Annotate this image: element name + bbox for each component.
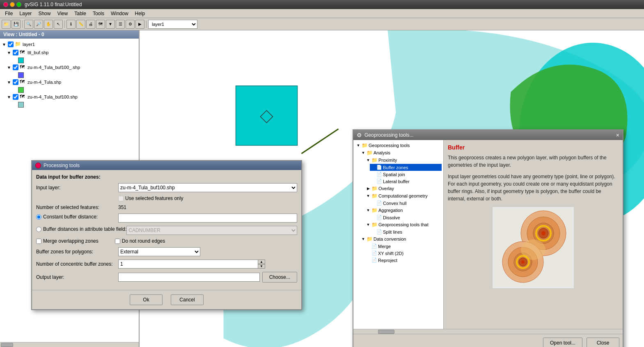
zoom-out-icon[interactable]: 🔎 bbox=[34, 20, 43, 29]
expand-comp-geom[interactable]: ▼ bbox=[366, 194, 371, 198]
checkbox-ttt-buf[interactable] bbox=[13, 50, 18, 55]
pan-icon[interactable]: ✋ bbox=[44, 20, 53, 29]
attr-table-select[interactable]: CADNUMBER bbox=[126, 226, 297, 235]
geo-tree-aggregation[interactable]: ▼ 📁 Aggregation bbox=[365, 207, 442, 214]
geo-tree-overlay[interactable]: ▶ 📁 Overlay bbox=[365, 185, 442, 192]
use-selected-checkbox[interactable] bbox=[118, 196, 124, 201]
menu-help[interactable]: Help bbox=[132, 10, 149, 17]
geo-tree-split-lines[interactable]: 📄 Split lines bbox=[370, 228, 442, 235]
geo-tree-root[interactable]: ▼ 📁 Geoprocessing tools bbox=[355, 142, 442, 149]
processing-dialog-close[interactable] bbox=[35, 163, 41, 168]
geo-tree-dissolve[interactable]: 📄 Dissolve bbox=[370, 214, 442, 221]
tree-item-ttt-buf[interactable]: ▼ 🗺 ttt_buf.shp bbox=[7, 48, 137, 57]
zoom-in-icon[interactable]: 🔍 bbox=[24, 20, 33, 29]
geo-scrollbar-thumb[interactable] bbox=[378, 330, 394, 334]
expand-analysis[interactable]: ▼ bbox=[361, 151, 366, 155]
ok-button[interactable]: Ok bbox=[130, 294, 163, 305]
geo-tree-buffer-zones[interactable]: 📄 Buffer zones bbox=[370, 164, 442, 171]
geo-tree-xy-shift[interactable]: 📄 XY shift (2D) bbox=[365, 250, 442, 257]
processing-dialog-title[interactable]: Processing tools bbox=[32, 161, 301, 170]
geo-tree-reproject[interactable]: 📄 Reproject bbox=[365, 257, 442, 264]
save-icon[interactable]: 💾 bbox=[11, 20, 21, 29]
menu-view[interactable]: View bbox=[54, 10, 71, 17]
tree-item-zubuf[interactable]: ▼ 🗺 zu-m-4_Tula_buf100_.shp bbox=[7, 63, 137, 71]
filter-icon[interactable]: ▼ bbox=[106, 20, 115, 29]
left-panel-scrollbar[interactable] bbox=[0, 342, 139, 347]
geo-tree-spatial-join[interactable]: 📄 Spatial join bbox=[370, 171, 442, 178]
spinbox-up[interactable]: ▲ bbox=[258, 260, 265, 264]
geo-tree-proximity[interactable]: ▼ 📁 Proximity bbox=[365, 156, 442, 164]
layer-select[interactable]: layer1 bbox=[148, 20, 197, 29]
merge-checkbox[interactable] bbox=[36, 239, 41, 244]
expand-data-conv[interactable]: ▼ bbox=[361, 237, 366, 241]
constant-dist-radio[interactable] bbox=[36, 214, 41, 220]
menu-tools[interactable]: Tools bbox=[89, 10, 108, 17]
geo-scrollbar[interactable] bbox=[353, 329, 623, 334]
input-layer-select[interactable]: zu-m-4_Tula_buf100.shp bbox=[118, 183, 297, 192]
polygons-select[interactable]: External bbox=[118, 247, 200, 256]
geo-tree-merge[interactable]: 📄 Merge bbox=[365, 243, 442, 250]
maximize-button[interactable] bbox=[16, 2, 21, 7]
menu-window[interactable]: Window bbox=[108, 10, 132, 17]
expand-root[interactable]: ▼ bbox=[356, 143, 361, 147]
choose-button[interactable]: Choose... bbox=[262, 272, 297, 283]
layer-icon[interactable]: 🗺 bbox=[96, 20, 105, 29]
concentric-input[interactable] bbox=[118, 260, 258, 269]
selected-count-value: 351 bbox=[118, 205, 126, 210]
open-tool-button[interactable]: Open tool... bbox=[543, 338, 582, 347]
tree-item-zutula[interactable]: ▼ 🗺 zu-m-4_Tula.shp bbox=[7, 78, 137, 86]
scrollbar-thumb[interactable] bbox=[1, 343, 13, 347]
menu-show[interactable]: Show bbox=[35, 10, 54, 17]
checkbox-layer1[interactable] bbox=[8, 41, 14, 47]
geo-tree-geo-that[interactable]: ▼ 📁 Geoprocessing tools that bbox=[365, 221, 442, 228]
output-layer-input[interactable] bbox=[118, 273, 260, 282]
spinbox-down[interactable]: ▼ bbox=[258, 264, 265, 269]
geoprocess-icon[interactable]: ⚙ bbox=[126, 20, 135, 29]
menu-file[interactable]: File bbox=[2, 10, 16, 17]
geo-tree-panel[interactable]: ▼ 📁 Geoprocessing tools ▼ 📁 Analysis ▼ 📁… bbox=[353, 140, 444, 329]
expand-overlay[interactable]: ▶ bbox=[366, 186, 371, 191]
info-icon[interactable]: ℹ bbox=[66, 20, 76, 29]
no-round-check[interactable]: Do not round edges bbox=[115, 238, 165, 244]
expand-zutula[interactable]: ▼ bbox=[7, 80, 11, 85]
expand-zubuf[interactable]: ▼ bbox=[7, 65, 11, 70]
geo-dialog-title[interactable]: ⚙ Geoprocessing tools... × bbox=[353, 130, 623, 140]
geo-tree-comp-geom[interactable]: ▼ 📁 Computational geometry bbox=[365, 192, 442, 200]
geo-close-button[interactable]: Close bbox=[587, 338, 619, 347]
geo-tree-analysis[interactable]: ▼ 📁 Analysis bbox=[360, 149, 442, 156]
minimize-button[interactable] bbox=[10, 2, 15, 7]
constant-dist-input[interactable] bbox=[118, 214, 297, 223]
tree-item-layer1[interactable]: ▼ 📁 layer1 bbox=[2, 40, 137, 48]
expand-geo-that[interactable]: ▼ bbox=[366, 223, 371, 227]
menu-layer[interactable]: Layer bbox=[16, 10, 35, 17]
use-selected-check[interactable]: Use selected features only bbox=[118, 195, 183, 201]
checkbox-zubuf100[interactable] bbox=[13, 94, 18, 100]
merge-check[interactable]: Merge overlapping zones bbox=[36, 238, 99, 244]
tree-item-zubuf100[interactable]: ▼ 🗺 zu-m-4_Tula_buf100.shp bbox=[7, 93, 137, 101]
concentric-label: Number of concentric buffer zones: bbox=[36, 261, 118, 267]
script-icon[interactable]: ▶ bbox=[135, 20, 144, 29]
open-icon[interactable]: 📁 bbox=[2, 20, 11, 29]
close-button[interactable] bbox=[3, 2, 8, 7]
print-icon[interactable]: 🖨 bbox=[86, 20, 95, 29]
cancel-button[interactable]: Cancel bbox=[171, 294, 204, 305]
expand-aggregation[interactable]: ▼ bbox=[366, 208, 371, 212]
attr-table-radio[interactable] bbox=[36, 227, 41, 232]
geo-dialog-close-icon[interactable]: × bbox=[616, 132, 619, 138]
select-icon[interactable]: ↖ bbox=[54, 20, 63, 29]
menu-table[interactable]: Table bbox=[71, 10, 89, 17]
no-round-checkbox[interactable] bbox=[115, 239, 120, 244]
checkbox-zutula[interactable] bbox=[13, 79, 18, 85]
window-controls[interactable] bbox=[3, 2, 21, 7]
measure-icon[interactable]: 📏 bbox=[76, 20, 85, 29]
folder-icon-analysis: 📁 bbox=[367, 150, 373, 156]
expand-zubuf100[interactable]: ▼ bbox=[7, 95, 11, 99]
geo-tree-convex-hull[interactable]: 📄 Convex hull bbox=[370, 200, 442, 207]
geo-tree-data-conv[interactable]: ▼ 📁 Data conversion bbox=[360, 235, 442, 243]
table-icon[interactable]: ☰ bbox=[116, 20, 125, 29]
geo-tree-lateral-buffer[interactable]: 📄 Lateral buffer bbox=[370, 178, 442, 185]
expand-ttt-buf[interactable]: ▼ bbox=[7, 51, 11, 55]
checkbox-zubuf[interactable] bbox=[13, 64, 18, 70]
expand-layer1[interactable]: ▼ bbox=[2, 42, 7, 47]
expand-proximity[interactable]: ▼ bbox=[366, 158, 371, 162]
